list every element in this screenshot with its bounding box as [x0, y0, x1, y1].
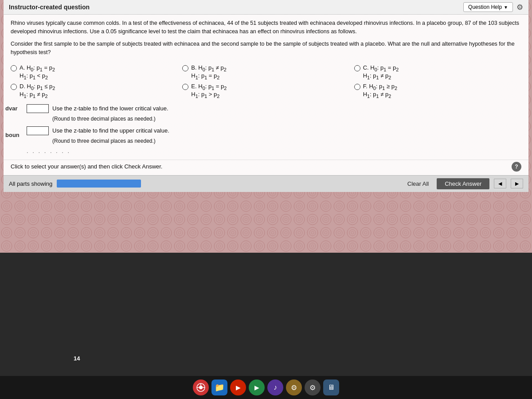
next-arrow-button[interactable]: ►: [511, 179, 523, 188]
question-help-label: Question Help: [468, 4, 502, 10]
radio-E[interactable]: [182, 84, 188, 90]
choice-F-alt: H1: p1 ≠ p2: [363, 91, 521, 99]
choice-C-null: C. H0: p1 = p2: [363, 64, 399, 72]
help-circle-button[interactable]: ?: [512, 162, 521, 172]
svg-point-5: [199, 386, 203, 389]
main-panel: Instructor-created question Question Hel…: [4, 0, 528, 192]
clear-all-button[interactable]: Clear All: [404, 180, 432, 188]
question-consider-text: Consider the first sample to be the samp…: [11, 40, 521, 57]
upper-critical-input[interactable]: [27, 126, 49, 135]
choice-A-alt: H1: p1 < p2: [20, 72, 178, 80]
choice-D-null: D. H0: p1 ≤ p2: [20, 83, 55, 91]
choice-A-null: A. H0: p1 = p2: [20, 64, 55, 72]
choice-E-null: E. H0: p1 = p2: [191, 83, 227, 91]
bottom-toolbar: All parts showing Clear All Check Answer…: [4, 175, 528, 192]
choices-grid: A. H0: p1 = p2 H1: p1 < p2 B. H0: p1 ≠ p…: [4, 64, 528, 104]
taskbar-settings2-icon[interactable]: ⚙: [305, 379, 321, 395]
all-parts-label: All parts showing: [9, 180, 52, 187]
question-intro-section: Rhino viruses typically cause common col…: [4, 15, 528, 64]
taskbar-settings1-icon[interactable]: ⚙: [286, 379, 302, 395]
choice-B[interactable]: B. H0: p1 ≠ p2 H1: p1 = p2: [182, 64, 349, 80]
taskbar: 📁 ▶ ▶ ♪ ⚙ ⚙ 🖥: [0, 376, 532, 399]
taskbar-youtube-icon[interactable]: ▶: [230, 379, 246, 395]
critical-values-section: dvar Use the z-table to find the lower c…: [4, 104, 528, 160]
page-number: 14: [74, 355, 80, 362]
click-instruction-row: Click to select your answer(s) and then …: [4, 160, 528, 175]
taskbar-files-icon[interactable]: 📁: [211, 379, 227, 395]
click-instruction-text: Click to select your answer(s) and then …: [11, 163, 162, 170]
header-bar: Instructor-created question Question Hel…: [4, 0, 528, 15]
upper-critical-label: Use the z-table to find the upper critic…: [52, 127, 169, 134]
question-help-button[interactable]: Question Help ▼: [463, 2, 513, 12]
progress-bar: [57, 180, 141, 188]
upper-critical-note: (Round to three decimal places as needed…: [52, 138, 521, 144]
choice-E-alt: H1: p1 > p2: [191, 91, 349, 99]
taskbar-music-icon[interactable]: ♪: [267, 379, 283, 395]
choice-C-alt: H1: p1 ≠ p2: [363, 72, 521, 80]
choice-B-null: B. H0: p1 ≠ p2: [191, 64, 226, 72]
choice-C[interactable]: C. H0: p1 = p2 H1: p1 ≠ p2: [354, 64, 521, 80]
radio-C[interactable]: [354, 65, 360, 71]
dropdown-arrow-icon: ▼: [504, 5, 508, 10]
lower-critical-label: Use the z-table to find the lower critic…: [52, 105, 168, 112]
radio-D[interactable]: [11, 84, 17, 90]
radio-B[interactable]: [182, 65, 188, 71]
choice-A[interactable]: A. H0: p1 = p2 H1: p1 < p2: [11, 64, 178, 80]
lower-critical-input[interactable]: [27, 104, 49, 113]
choice-F-null: F. H0: p1 ≥ p2: [363, 83, 397, 91]
gear-button[interactable]: ⚙: [516, 3, 523, 12]
partial-dots: . . . . . . . .: [27, 148, 521, 154]
radio-F[interactable]: [354, 84, 360, 90]
dvar-label: dvar: [5, 105, 17, 112]
lower-critical-note: (Round to three decimal places as needed…: [52, 116, 521, 122]
choice-F[interactable]: F. H0: p1 ≥ p2 H1: p1 ≠ p2: [354, 83, 521, 99]
lower-critical-row: Use the z-table to find the lower critic…: [27, 104, 521, 113]
radio-A[interactable]: [11, 65, 17, 71]
upper-critical-row: Use the z-table to find the upper critic…: [27, 126, 521, 135]
choice-D-alt: H1: p1 ≠ p2: [20, 91, 178, 99]
taskbar-play-icon[interactable]: ▶: [249, 379, 265, 395]
choice-E[interactable]: E. H0: p1 = p2 H1: p1 > p2: [182, 83, 349, 99]
header-controls: Question Help ▼ ⚙: [463, 2, 523, 12]
question-intro-text: Rhino viruses typically cause common col…: [11, 19, 521, 36]
prev-arrow-button[interactable]: ◄: [494, 179, 506, 188]
choice-B-alt: H1: p1 = p2: [191, 72, 349, 80]
taskbar-display-icon[interactable]: 🖥: [323, 379, 339, 395]
header-title: Instructor-created question: [9, 4, 90, 11]
taskbar-chrome-icon[interactable]: [193, 379, 209, 395]
boun-label: boun: [5, 132, 20, 138]
choice-D[interactable]: D. H0: p1 ≤ p2 H1: p1 ≠ p2: [11, 83, 178, 99]
check-answer-button[interactable]: Check Answer: [437, 178, 489, 189]
